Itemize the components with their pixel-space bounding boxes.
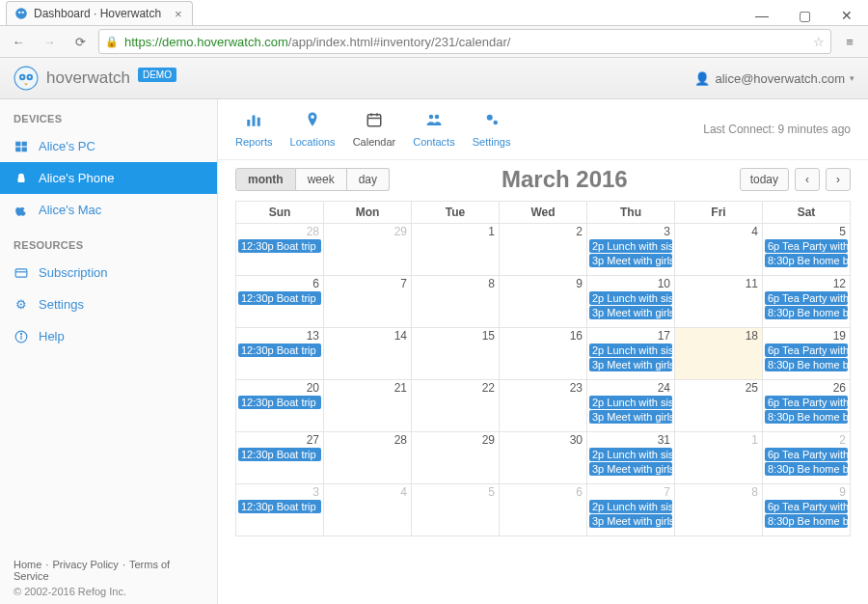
calendar-event[interactable]: 8:30p Be home b [765, 358, 848, 371]
calendar-cell[interactable]: 30 [500, 432, 587, 484]
calendar-cell[interactable]: 18 [675, 328, 763, 380]
calendar-event[interactable]: 2p Lunch with sis [589, 448, 672, 461]
calendar-cell[interactable]: 2012:30p Boat trip [236, 380, 324, 432]
calendar-cell[interactable]: 4 [324, 484, 412, 536]
calendar-cell[interactable]: 96p Tea Party with8:30p Be home b [763, 484, 851, 536]
prev-button[interactable]: ‹ [795, 168, 820, 191]
calendar-cell[interactable]: 8 [412, 276, 500, 328]
browser-tab[interactable]: Dashboard · Hoverwatch × [6, 1, 193, 25]
calendar-cell[interactable]: 32p Lunch with sis3p Meet with girls [587, 224, 675, 276]
calendar-cell[interactable]: 16 [500, 328, 587, 380]
calendar-event[interactable]: 2p Lunch with sis [589, 239, 672, 253]
forward-button[interactable]: → [37, 29, 62, 54]
calendar-event[interactable]: 12:30p Boat trip [238, 343, 321, 357]
calendar-event[interactable]: 6p Tea Party with [765, 448, 848, 461]
calendar-cell[interactable]: 25 [675, 380, 763, 432]
footer-link-home[interactable]: Home [14, 559, 41, 570]
calendar-cell[interactable]: 15 [412, 328, 500, 380]
calendar-event[interactable]: 3p Meet with girls [589, 306, 672, 319]
calendar-event[interactable]: 12:30p Boat trip [238, 396, 321, 409]
calendar-cell[interactable]: 126p Tea Party with8:30p Be home b [763, 276, 851, 328]
calendar-cell[interactable]: 312p Lunch with sis3p Meet with girls [587, 432, 675, 484]
window-maximize-button[interactable]: ▢ [783, 6, 826, 25]
calendar-cell[interactable]: 196p Tea Party with8:30p Be home b [763, 328, 851, 380]
calendar-cell[interactable]: 1 [412, 224, 500, 276]
calendar-cell[interactable]: 23 [500, 380, 587, 432]
tool-calendar[interactable]: Calendar [353, 111, 396, 148]
calendar-event[interactable]: 12:30p Boat trip [238, 448, 321, 461]
calendar-cell[interactable]: 72p Lunch with sis3p Meet with girls [587, 484, 675, 536]
calendar-cell[interactable]: 2 [500, 224, 587, 276]
calendar-cell[interactable]: 11 [675, 276, 763, 328]
sidebar-item-alices-pc[interactable]: Alice's PC [0, 130, 217, 162]
calendar-event[interactable]: 2p Lunch with sis [589, 343, 672, 357]
calendar-event[interactable]: 3p Meet with girls [589, 462, 672, 476]
account-menu[interactable]: 👤 alice@hoverwatch.com ▾ [694, 71, 854, 86]
calendar-event[interactable]: 2p Lunch with sis [589, 500, 672, 513]
back-button[interactable]: ← [6, 29, 31, 54]
calendar-cell[interactable]: 2712:30p Boat trip [236, 432, 324, 484]
tool-settings[interactable]: Settings [473, 111, 511, 148]
today-button[interactable]: today [740, 168, 789, 191]
view-day-button[interactable]: day [347, 168, 390, 191]
calendar-event[interactable]: 3p Meet with girls [589, 254, 672, 267]
footer-link-privacy[interactable]: Privacy Policy [52, 559, 118, 570]
calendar-cell[interactable]: 612:30p Boat trip [236, 276, 324, 328]
view-month-button[interactable]: month [235, 168, 296, 191]
calendar-cell[interactable]: 21 [324, 380, 412, 432]
calendar-event[interactable]: 12:30p Boat trip [238, 239, 321, 253]
next-button[interactable]: › [826, 168, 851, 191]
calendar-event[interactable]: 3p Meet with girls [589, 410, 672, 424]
calendar-event[interactable]: 6p Tea Party with [765, 343, 848, 357]
view-week-button[interactable]: week [296, 168, 347, 191]
calendar-cell[interactable]: 102p Lunch with sis3p Meet with girls [587, 276, 675, 328]
calendar-event[interactable]: 6p Tea Party with [765, 239, 848, 253]
address-bar[interactable]: 🔒 https://demo.hoverwatch.com/app/index.… [98, 29, 831, 54]
calendar-event[interactable]: 6p Tea Party with [765, 500, 848, 513]
tab-close-icon[interactable]: × [175, 7, 182, 21]
calendar-event[interactable]: 3p Meet with girls [589, 358, 672, 371]
calendar-cell[interactable]: 172p Lunch with sis3p Meet with girls [587, 328, 675, 380]
calendar-cell[interactable]: 28 [324, 432, 412, 484]
calendar-event[interactable]: 3p Meet with girls [589, 514, 672, 528]
calendar-cell[interactable]: 26p Tea Party with8:30p Be home b [763, 432, 851, 484]
bookmark-star-icon[interactable]: ☆ [813, 35, 825, 49]
sidebar-item-settings[interactable]: ⚙ Settings [0, 288, 217, 320]
calendar-cell[interactable]: 1312:30p Boat trip [236, 328, 324, 380]
calendar-event[interactable]: 8:30p Be home b [765, 410, 848, 424]
sidebar-item-subscription[interactable]: Subscription [0, 257, 217, 288]
calendar-cell[interactable]: 2812:30p Boat trip [236, 224, 324, 276]
calendar-cell[interactable]: 8 [675, 484, 763, 536]
calendar-event[interactable]: 6p Tea Party with [765, 291, 848, 305]
calendar-event[interactable]: 8:30p Be home b [765, 306, 848, 319]
calendar-event[interactable]: 8:30p Be home b [765, 514, 848, 528]
calendar-event[interactable]: 6p Tea Party with [765, 396, 848, 409]
calendar-cell[interactable]: 4 [675, 224, 763, 276]
calendar-cell[interactable]: 29 [412, 432, 500, 484]
calendar-event[interactable]: 12:30p Boat trip [238, 500, 321, 513]
browser-menu-button[interactable]: ≡ [837, 29, 862, 54]
tool-reports[interactable]: Reports [235, 111, 273, 148]
sidebar-item-alices-mac[interactable]: Alice's Mac [0, 194, 217, 226]
calendar-cell[interactable]: 56p Tea Party with8:30p Be home b [763, 224, 851, 276]
calendar-event[interactable]: 12:30p Boat trip [238, 291, 321, 305]
calendar-cell[interactable]: 312:30p Boat trip [236, 484, 324, 536]
calendar-event[interactable]: 2p Lunch with sis [589, 396, 672, 409]
calendar-cell[interactable]: 7 [324, 276, 412, 328]
sidebar-item-help[interactable]: Help [0, 320, 217, 352]
calendar-cell[interactable]: 242p Lunch with sis3p Meet with girls [587, 380, 675, 432]
calendar-cell[interactable]: 1 [675, 432, 763, 484]
window-minimize-button[interactable]: — [741, 6, 783, 25]
window-close-button[interactable]: ✕ [826, 6, 868, 25]
calendar-cell[interactable]: 9 [500, 276, 587, 328]
calendar-cell[interactable]: 22 [412, 380, 500, 432]
calendar-cell[interactable]: 29 [324, 224, 412, 276]
sidebar-item-alices-phone[interactable]: Alice's Phone [0, 162, 217, 194]
calendar-cell[interactable]: 14 [324, 328, 412, 380]
calendar-event[interactable]: 8:30p Be home b [765, 254, 848, 267]
calendar-cell[interactable]: 5 [412, 484, 500, 536]
tool-contacts[interactable]: Contacts [413, 111, 454, 148]
calendar-event[interactable]: 2p Lunch with sis [589, 291, 672, 305]
tool-locations[interactable]: Locations [290, 111, 336, 148]
reload-button[interactable]: ⟳ [68, 29, 93, 54]
